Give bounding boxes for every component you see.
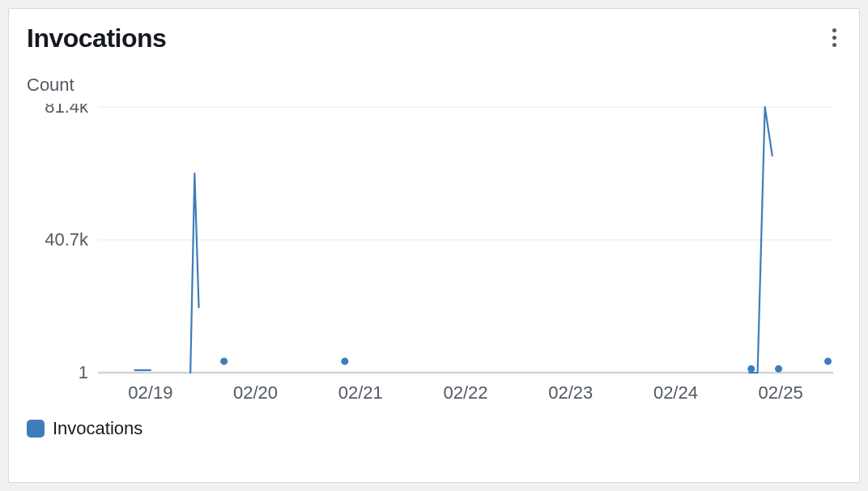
svg-text:02/22: 02/22 (443, 382, 487, 403)
svg-point-15 (747, 365, 755, 373)
kebab-dot (832, 28, 836, 32)
svg-point-13 (220, 357, 228, 365)
svg-text:02/21: 02/21 (338, 382, 383, 403)
legend: Invocations (27, 418, 841, 439)
card-title: Invocations (27, 23, 166, 53)
svg-point-14 (341, 357, 348, 365)
card-header: Invocations (27, 23, 841, 53)
svg-text:02/25: 02/25 (759, 382, 803, 403)
svg-text:1: 1 (79, 362, 88, 382)
svg-point-17 (824, 357, 832, 365)
legend-label: Invocations (53, 418, 143, 439)
y-axis-label: Count (27, 75, 841, 96)
svg-text:02/23: 02/23 (548, 382, 593, 403)
chart-plot-area: 140.7k81.4k02/1902/2002/2102/2202/2302/2… (27, 104, 841, 412)
kebab-dot (832, 36, 836, 40)
kebab-dot (832, 43, 836, 47)
svg-text:02/20: 02/20 (233, 382, 278, 403)
svg-text:40.7k: 40.7k (45, 229, 89, 250)
legend-swatch (27, 420, 45, 438)
chart-svg: 140.7k81.4k02/1902/2002/2102/2202/2302/2… (27, 104, 843, 412)
svg-text:02/19: 02/19 (128, 382, 172, 403)
svg-text:81.4k: 81.4k (45, 104, 89, 117)
svg-point-16 (775, 365, 782, 373)
card-menu-button[interactable] (828, 23, 841, 52)
metric-card: Invocations Count 140.7k81.4k02/1902/200… (8, 8, 860, 483)
svg-text:02/24: 02/24 (653, 382, 698, 403)
